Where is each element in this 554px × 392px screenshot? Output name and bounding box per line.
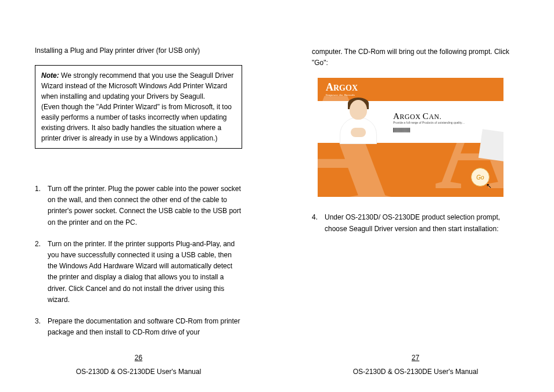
manual-title: OS-2130D & OS-2130DE User's Manual	[76, 368, 202, 376]
brand-logo: ARGOX Empower the Barcode	[326, 81, 358, 96]
list-number: 2.	[35, 239, 48, 305]
list-item: 4. Under OS-2130D/ OS-2130DE product sel…	[312, 212, 519, 234]
cd-splash-screenshot: A A ARGOX Empower the Barcode ARGOX CAN.…	[318, 78, 503, 197]
splash-subline: Provide a full range of Products of outs…	[393, 121, 465, 124]
cursor-icon: ↖	[486, 182, 492, 190]
list-text: Turn off the printer. Plug the power cab…	[48, 184, 242, 228]
manual-title: OS-2130D & OS-2130DE User's Manual	[353, 368, 479, 376]
ordered-list: 1. Turn off the printer. Plug the power …	[35, 184, 242, 348]
list-number: 1.	[35, 184, 48, 228]
page-footer: 27 OS-2130D & OS-2130DE User's Manual	[277, 354, 554, 376]
list-item: 2. Turn on the printer. If the printer s…	[35, 239, 242, 305]
list-text: Turn on the printer. If the printer supp…	[48, 239, 242, 305]
page-number: 26	[0, 354, 277, 362]
list-item: 3. Prepare the documentation and softwar…	[35, 316, 242, 338]
page-footer: 26 OS-2130D & OS-2130DE User's Manual	[0, 354, 277, 376]
list-number: 3.	[35, 316, 48, 338]
section-title: Installing a Plug and Play printer drive…	[35, 46, 242, 55]
list-text: Prepare the documentation and software C…	[48, 316, 242, 338]
barcode-icon	[393, 128, 411, 132]
list-item: 1. Turn off the printer. Plug the power …	[35, 184, 242, 228]
list-text: Under OS-2130D/ OS-2130DE product select…	[325, 212, 519, 234]
person-illustration	[335, 96, 382, 143]
page-right: computer. The CD-Rom will bring out the …	[277, 0, 554, 392]
page-number: 27	[277, 354, 554, 362]
list-number: 4.	[312, 212, 325, 234]
note-body: We strongly recommend that you use the S…	[41, 71, 233, 142]
splash-headline: ARGOX CAN.	[393, 112, 441, 121]
note-box: Note: We strongly recommend that you use…	[35, 65, 242, 149]
page-left: Installing a Plug and Play printer drive…	[0, 0, 277, 392]
splash-white-band: ARGOX CAN. Provide a full range of Produ…	[318, 101, 503, 143]
continuation-text: computer. The CD-Rom will bring out the …	[312, 46, 519, 69]
note-label: Note:	[41, 71, 59, 80]
